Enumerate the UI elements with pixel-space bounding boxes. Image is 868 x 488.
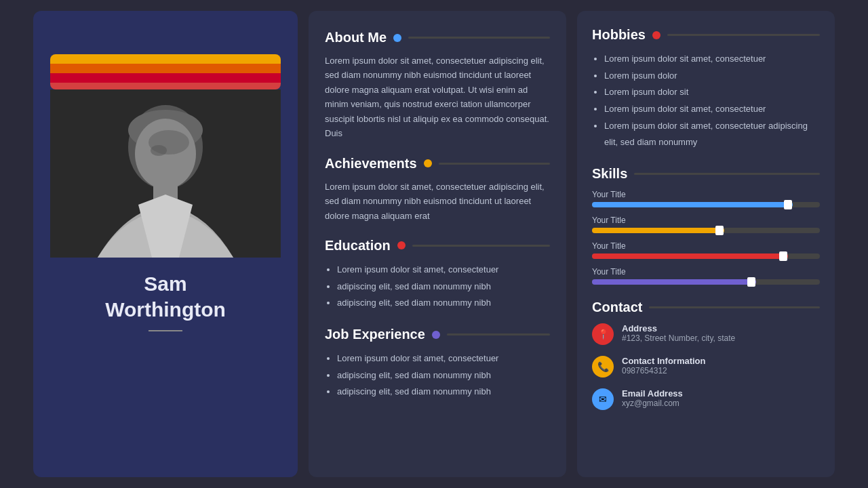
list-item: Lorem ipsum dolor sit amet, consectetuer (337, 350, 550, 367)
section-title-education: Education (325, 238, 391, 253)
list-item: Lorem ipsum dolor sit amet, consectetuer (337, 262, 550, 279)
list-item: Lorem ipsum dolor sit (604, 84, 820, 101)
section-list-education: Lorem ipsum dolor sit amet, consectetuer… (325, 262, 550, 312)
list-item: adipiscing elit, sed diam nonummy nibh (337, 295, 550, 312)
list-item: Lorem ipsum dolor (604, 68, 820, 85)
skill-bar-handle-3[interactable] (747, 277, 755, 287)
skill-bar-bg-0 (592, 202, 820, 207)
contact-icon-2: ✉ (592, 388, 614, 410)
right-card: Hobbies Lorem ipsum dolor sit amet, cons… (577, 11, 835, 477)
section-line-about-me (408, 37, 550, 39)
section-dot-hobbies (652, 31, 660, 39)
section-dot-job-experience (432, 331, 440, 339)
contact-text-group-0: Address#123, Street Number, city, state (622, 323, 735, 343)
section-line-hobbies (667, 34, 820, 36)
section-body-achievements: Lorem ipsum dolor sit amet, consectetuer… (325, 180, 550, 223)
bar-red (50, 73, 281, 83)
skill-bar-fill-2 (592, 253, 788, 259)
middle-card: About MeLorem ipsum dolor sit amet, cons… (309, 11, 566, 477)
skill-label-3: Your Title (592, 267, 820, 277)
profile-photo (50, 89, 281, 258)
section-line-achievements (439, 163, 550, 165)
contact-value-0: #123, Street Number, city, state (622, 333, 735, 343)
bar-orange (50, 64, 281, 73)
section-title-hobbies: Hobbies (592, 27, 646, 43)
section-header-achievements: Achievements (325, 156, 550, 171)
skill-bar-handle-0[interactable] (784, 200, 792, 209)
section-title-about-me: About Me (325, 30, 387, 45)
contact-text-group-2: Email Addressxyz@gmail.com (622, 388, 683, 408)
skill-item-1: Your Title (592, 216, 820, 233)
section-line-contact (649, 306, 820, 308)
person-name: SamWorthington (105, 271, 226, 322)
section-header-about-me: About Me (325, 30, 550, 45)
contact-label-2: Email Address (622, 388, 683, 399)
left-card: SamWorthington (33, 11, 298, 477)
contact-item-0: 📍Address#123, Street Number, city, state (592, 323, 820, 345)
section-body-about-me: Lorem ipsum dolor sit amet, consectetuer… (325, 54, 550, 141)
section-title-skills: Skills (592, 166, 627, 182)
svg-point-7 (149, 130, 189, 155)
contact-icon-0: 📍 (592, 323, 614, 345)
skill-bar-fill-3 (592, 279, 756, 285)
skill-item-3: Your Title (592, 267, 820, 285)
color-bars (50, 54, 281, 89)
section-header-contact: Contact (592, 300, 820, 315)
hobbies-list: Lorem ipsum dolor sit amet, consectetuer… (592, 51, 820, 151)
section-dot-education (397, 241, 406, 249)
list-item: Lorem ipsum dolor sit amet, consectetuer (604, 101, 820, 118)
skill-bar-bg-2 (592, 253, 820, 259)
contact-item-2: ✉Email Addressxyz@gmail.com (592, 388, 820, 410)
contact-label-1: Contact Information (622, 356, 706, 366)
section-line-job-experience (447, 333, 550, 336)
name-divider (149, 330, 182, 331)
skill-label-1: Your Title (592, 216, 820, 225)
skills-section: Your TitleYour TitleYour TitleYour Title (592, 190, 820, 285)
section-title-achievements: Achievements (325, 156, 417, 171)
list-item: adipiscing elit, sed diam nonummy nibh (337, 384, 550, 401)
skill-label-2: Your Title (592, 241, 820, 251)
contact-icon-1: 📞 (592, 356, 614, 378)
skill-item-0: Your Title (592, 190, 820, 207)
bar-yellow (50, 54, 281, 64)
section-line-skills (634, 173, 820, 175)
contact-text-group-1: Contact Information0987654312 (622, 356, 706, 375)
section-list-job-experience: Lorem ipsum dolor sit amet, consectetuer… (325, 350, 550, 401)
list-item: adipiscing elit, sed diam nonummy nibh (337, 367, 550, 384)
section-title-contact: Contact (592, 300, 642, 315)
list-item: adipiscing elit, sed diam nonummy nibh (337, 279, 550, 296)
section-dot-about-me (393, 34, 401, 42)
skill-bar-bg-3 (592, 279, 820, 285)
skill-bar-bg-1 (592, 228, 820, 233)
skill-bar-handle-2[interactable] (779, 251, 787, 261)
section-title-job-experience: Job Experience (325, 327, 425, 342)
section-header-hobbies: Hobbies (592, 27, 820, 43)
list-item: Lorem ipsum dolor sit amet, consectetuer… (604, 118, 820, 151)
skill-label-0: Your Title (592, 190, 820, 199)
section-line-education (412, 245, 550, 247)
contact-value-1: 0987654312 (622, 366, 706, 375)
contact-label-0: Address (622, 323, 735, 333)
contact-item-1: 📞Contact Information0987654312 (592, 356, 820, 378)
section-dot-achievements (424, 159, 432, 167)
section-header-job-experience: Job Experience (325, 327, 550, 342)
list-item: Lorem ipsum dolor sit amet, consectetuer (604, 51, 820, 68)
section-header-education: Education (325, 238, 550, 253)
skill-bar-handle-1[interactable] (715, 226, 724, 235)
contact-value-2: xyz@gmail.com (622, 399, 683, 408)
bar-lightred (50, 83, 281, 89)
section-header-skills: Skills (592, 166, 820, 182)
skill-bar-fill-0 (592, 202, 793, 207)
skill-bar-fill-1 (592, 228, 724, 233)
skill-item-2: Your Title (592, 241, 820, 259)
